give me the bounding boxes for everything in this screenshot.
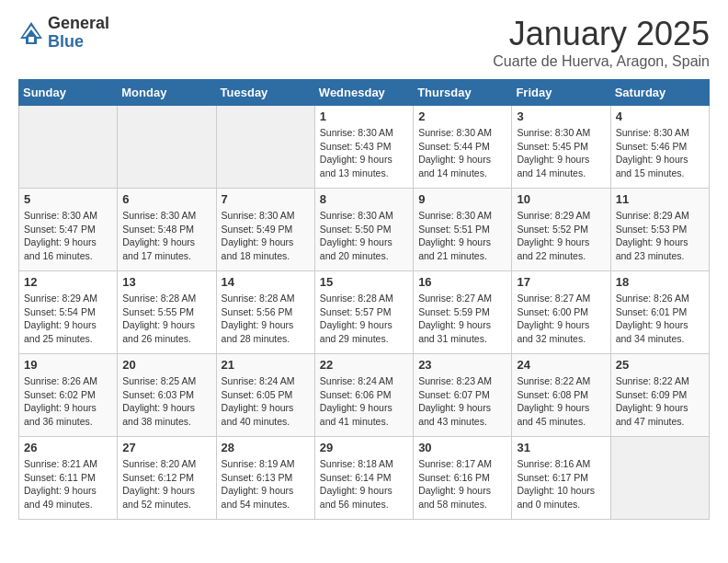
calendar-cell bbox=[216, 106, 314, 189]
calendar-cell: 30Sunrise: 8:17 AM Sunset: 6:16 PM Dayli… bbox=[414, 437, 512, 520]
day-detail: Sunrise: 8:25 AM Sunset: 6:03 PM Dayligh… bbox=[122, 374, 210, 429]
header-friday: Friday bbox=[512, 80, 610, 106]
day-detail: Sunrise: 8:30 AM Sunset: 5:49 PM Dayligh… bbox=[222, 209, 310, 263]
calendar-cell: 22Sunrise: 8:24 AM Sunset: 6:06 PM Dayli… bbox=[314, 354, 413, 437]
day-detail: Sunrise: 8:28 AM Sunset: 5:56 PM Dayligh… bbox=[222, 292, 310, 346]
calendar-cell: 2Sunrise: 8:30 AM Sunset: 5:44 PM Daylig… bbox=[414, 106, 512, 189]
day-number: 10 bbox=[517, 192, 605, 206]
calendar-cell: 7Sunrise: 8:30 AM Sunset: 5:49 PM Daylig… bbox=[216, 189, 314, 271]
day-detail: Sunrise: 8:29 AM Sunset: 5:54 PM Dayligh… bbox=[24, 292, 112, 346]
day-detail: Sunrise: 8:26 AM Sunset: 6:02 PM Dayligh… bbox=[24, 374, 112, 429]
calendar-week-0: 1Sunrise: 8:30 AM Sunset: 5:43 PM Daylig… bbox=[19, 106, 710, 189]
day-number: 26 bbox=[24, 441, 112, 454]
header-row: Sunday Monday Tuesday Wednesday Thursday… bbox=[19, 80, 710, 106]
day-number: 25 bbox=[616, 358, 704, 372]
day-detail: Sunrise: 8:29 AM Sunset: 5:52 PM Dayligh… bbox=[517, 209, 605, 263]
calendar-cell: 18Sunrise: 8:26 AM Sunset: 6:01 PM Dayli… bbox=[610, 271, 709, 354]
calendar-cell: 29Sunrise: 8:18 AM Sunset: 6:14 PM Dayli… bbox=[314, 437, 413, 520]
day-number: 3 bbox=[517, 109, 605, 123]
calendar-cell: 11Sunrise: 8:29 AM Sunset: 5:53 PM Dayli… bbox=[610, 189, 709, 271]
calendar-cell bbox=[118, 106, 216, 189]
calendar-cell: 21Sunrise: 8:24 AM Sunset: 6:05 PM Dayli… bbox=[216, 354, 314, 437]
calendar-cell: 28Sunrise: 8:19 AM Sunset: 6:13 PM Dayli… bbox=[216, 437, 314, 520]
day-detail: Sunrise: 8:30 AM Sunset: 5:44 PM Dayligh… bbox=[418, 126, 506, 180]
calendar-cell: 17Sunrise: 8:27 AM Sunset: 6:00 PM Dayli… bbox=[512, 271, 610, 354]
calendar-cell: 14Sunrise: 8:28 AM Sunset: 5:56 PM Dayli… bbox=[216, 271, 314, 354]
title-block: January 2025 Cuarte de Huerva, Aragon, S… bbox=[493, 15, 710, 70]
calendar-cell: 24Sunrise: 8:22 AM Sunset: 6:08 PM Dayli… bbox=[512, 354, 610, 437]
day-detail: Sunrise: 8:30 AM Sunset: 5:46 PM Dayligh… bbox=[616, 126, 704, 180]
day-detail: Sunrise: 8:19 AM Sunset: 6:13 PM Dayligh… bbox=[222, 457, 310, 511]
logo-general: General bbox=[48, 15, 109, 33]
header-tuesday: Tuesday bbox=[216, 80, 314, 106]
calendar-cell: 19Sunrise: 8:26 AM Sunset: 6:02 PM Dayli… bbox=[19, 354, 118, 437]
day-number: 28 bbox=[222, 441, 310, 454]
day-detail: Sunrise: 8:24 AM Sunset: 6:06 PM Dayligh… bbox=[320, 374, 408, 429]
day-number: 8 bbox=[320, 192, 408, 206]
calendar-week-1: 5Sunrise: 8:30 AM Sunset: 5:47 PM Daylig… bbox=[19, 189, 710, 271]
calendar-table: Sunday Monday Tuesday Wednesday Thursday… bbox=[18, 79, 710, 520]
day-number: 6 bbox=[122, 192, 210, 206]
header: General Blue January 2025 Cuarte de Huer… bbox=[18, 15, 710, 70]
day-detail: Sunrise: 8:18 AM Sunset: 6:14 PM Dayligh… bbox=[320, 457, 408, 511]
calendar-week-3: 19Sunrise: 8:26 AM Sunset: 6:02 PM Dayli… bbox=[19, 354, 710, 437]
page: General Blue January 2025 Cuarte de Huer… bbox=[0, 0, 728, 534]
day-detail: Sunrise: 8:23 AM Sunset: 6:07 PM Dayligh… bbox=[418, 374, 506, 429]
day-detail: Sunrise: 8:22 AM Sunset: 6:08 PM Dayligh… bbox=[517, 374, 605, 429]
calendar-cell: 20Sunrise: 8:25 AM Sunset: 6:03 PM Dayli… bbox=[118, 354, 216, 437]
day-detail: Sunrise: 8:22 AM Sunset: 6:09 PM Dayligh… bbox=[616, 374, 704, 429]
day-detail: Sunrise: 8:16 AM Sunset: 6:17 PM Dayligh… bbox=[517, 457, 605, 511]
calendar-cell: 13Sunrise: 8:28 AM Sunset: 5:55 PM Dayli… bbox=[118, 271, 216, 354]
day-number: 9 bbox=[418, 192, 506, 206]
calendar-cell: 10Sunrise: 8:29 AM Sunset: 5:52 PM Dayli… bbox=[512, 189, 610, 271]
day-detail: Sunrise: 8:27 AM Sunset: 6:00 PM Dayligh… bbox=[517, 292, 605, 346]
day-detail: Sunrise: 8:30 AM Sunset: 5:51 PM Dayligh… bbox=[418, 209, 506, 263]
calendar-cell: 27Sunrise: 8:20 AM Sunset: 6:12 PM Dayli… bbox=[118, 437, 216, 520]
day-detail: Sunrise: 8:24 AM Sunset: 6:05 PM Dayligh… bbox=[222, 374, 310, 429]
day-detail: Sunrise: 8:20 AM Sunset: 6:12 PM Dayligh… bbox=[122, 457, 210, 511]
header-thursday: Thursday bbox=[414, 80, 512, 106]
header-saturday: Saturday bbox=[610, 80, 709, 106]
day-number: 7 bbox=[222, 192, 310, 206]
calendar-cell: 1Sunrise: 8:30 AM Sunset: 5:43 PM Daylig… bbox=[314, 106, 413, 189]
calendar-week-4: 26Sunrise: 8:21 AM Sunset: 6:11 PM Dayli… bbox=[19, 437, 710, 520]
day-number: 13 bbox=[122, 275, 210, 289]
day-number: 31 bbox=[517, 441, 605, 454]
calendar-cell: 9Sunrise: 8:30 AM Sunset: 5:51 PM Daylig… bbox=[414, 189, 512, 271]
calendar-cell: 15Sunrise: 8:28 AM Sunset: 5:57 PM Dayli… bbox=[314, 271, 413, 354]
day-detail: Sunrise: 8:30 AM Sunset: 5:50 PM Dayligh… bbox=[320, 209, 408, 263]
day-number: 15 bbox=[320, 275, 408, 289]
day-number: 16 bbox=[418, 275, 506, 289]
calendar-cell bbox=[610, 437, 709, 520]
calendar-cell bbox=[19, 106, 118, 189]
day-number: 29 bbox=[320, 441, 408, 454]
day-number: 18 bbox=[616, 275, 704, 289]
header-sunday: Sunday bbox=[19, 80, 118, 106]
day-detail: Sunrise: 8:30 AM Sunset: 5:48 PM Dayligh… bbox=[122, 209, 210, 263]
calendar-cell: 8Sunrise: 8:30 AM Sunset: 5:50 PM Daylig… bbox=[314, 189, 413, 271]
day-detail: Sunrise: 8:27 AM Sunset: 5:59 PM Dayligh… bbox=[418, 292, 506, 346]
day-number: 19 bbox=[24, 358, 112, 372]
day-detail: Sunrise: 8:30 AM Sunset: 5:45 PM Dayligh… bbox=[517, 126, 605, 180]
calendar-cell: 23Sunrise: 8:23 AM Sunset: 6:07 PM Dayli… bbox=[414, 354, 512, 437]
day-number: 12 bbox=[24, 275, 112, 289]
logo-icon bbox=[18, 20, 44, 46]
month-title: January 2025 bbox=[493, 15, 710, 53]
logo-blue: Blue bbox=[48, 33, 109, 52]
calendar-cell: 16Sunrise: 8:27 AM Sunset: 5:59 PM Dayli… bbox=[414, 271, 512, 354]
day-detail: Sunrise: 8:26 AM Sunset: 6:01 PM Dayligh… bbox=[616, 292, 704, 346]
day-number: 20 bbox=[122, 358, 210, 372]
day-number: 2 bbox=[418, 109, 506, 123]
day-number: 22 bbox=[320, 358, 408, 372]
day-detail: Sunrise: 8:29 AM Sunset: 5:53 PM Dayligh… bbox=[616, 209, 704, 263]
logo: General Blue bbox=[18, 15, 109, 52]
day-detail: Sunrise: 8:21 AM Sunset: 6:11 PM Dayligh… bbox=[24, 457, 112, 511]
day-detail: Sunrise: 8:28 AM Sunset: 5:55 PM Dayligh… bbox=[122, 292, 210, 346]
day-number: 4 bbox=[616, 109, 704, 123]
calendar-cell: 3Sunrise: 8:30 AM Sunset: 5:45 PM Daylig… bbox=[512, 106, 610, 189]
day-number: 14 bbox=[222, 275, 310, 289]
calendar-cell: 26Sunrise: 8:21 AM Sunset: 6:11 PM Dayli… bbox=[19, 437, 118, 520]
day-detail: Sunrise: 8:30 AM Sunset: 5:43 PM Dayligh… bbox=[320, 126, 408, 180]
day-number: 23 bbox=[418, 358, 506, 372]
day-detail: Sunrise: 8:17 AM Sunset: 6:16 PM Dayligh… bbox=[418, 457, 506, 511]
